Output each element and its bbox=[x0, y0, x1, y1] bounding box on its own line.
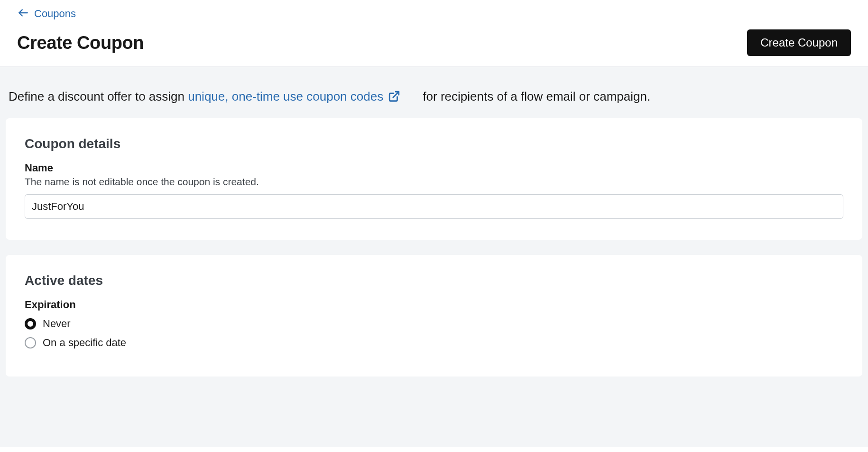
create-coupon-button[interactable]: Create Coupon bbox=[747, 29, 851, 56]
radio-icon bbox=[25, 337, 36, 348]
coupon-details-card: Coupon details Name The name is not edit… bbox=[6, 118, 862, 240]
radio-option-never[interactable]: Never bbox=[25, 318, 843, 330]
intro-link-text: unique, one-time use coupon codes bbox=[188, 88, 383, 105]
breadcrumb-link-coupons[interactable]: Coupons bbox=[34, 8, 76, 20]
breadcrumb: Coupons bbox=[17, 7, 851, 21]
radio-label-specific: On a specific date bbox=[43, 337, 126, 349]
page-title: Create Coupon bbox=[17, 33, 144, 53]
intro-suffix: for recipients of a flow email or campai… bbox=[423, 89, 650, 104]
intro-text: Define a discount offer to assign unique… bbox=[6, 80, 862, 118]
expiration-label: Expiration bbox=[25, 299, 843, 311]
active-dates-card: Active dates Expiration Never On a speci… bbox=[6, 255, 862, 377]
expiration-radio-group: Never On a specific date bbox=[25, 318, 843, 349]
name-help-text: The name is not editable once the coupon… bbox=[25, 176, 843, 188]
coupon-details-title: Coupon details bbox=[25, 136, 843, 151]
active-dates-title: Active dates bbox=[25, 273, 843, 288]
radio-option-specific-date[interactable]: On a specific date bbox=[25, 337, 843, 349]
external-link-icon bbox=[388, 90, 400, 103]
radio-icon bbox=[25, 318, 36, 330]
back-arrow-icon[interactable] bbox=[17, 7, 29, 21]
coupon-name-input[interactable] bbox=[25, 194, 843, 219]
intro-link-unique-codes[interactable]: unique, one-time use coupon codes bbox=[188, 88, 419, 105]
header-row: Create Coupon Create Coupon bbox=[17, 29, 851, 56]
content-area: Define a discount offer to assign unique… bbox=[0, 67, 868, 447]
radio-label-never: Never bbox=[43, 318, 71, 330]
page-header: Coupons Create Coupon Create Coupon bbox=[0, 0, 868, 67]
intro-prefix: Define a discount offer to assign bbox=[9, 89, 188, 104]
svg-line-1 bbox=[393, 92, 399, 97]
name-label: Name bbox=[25, 162, 843, 174]
